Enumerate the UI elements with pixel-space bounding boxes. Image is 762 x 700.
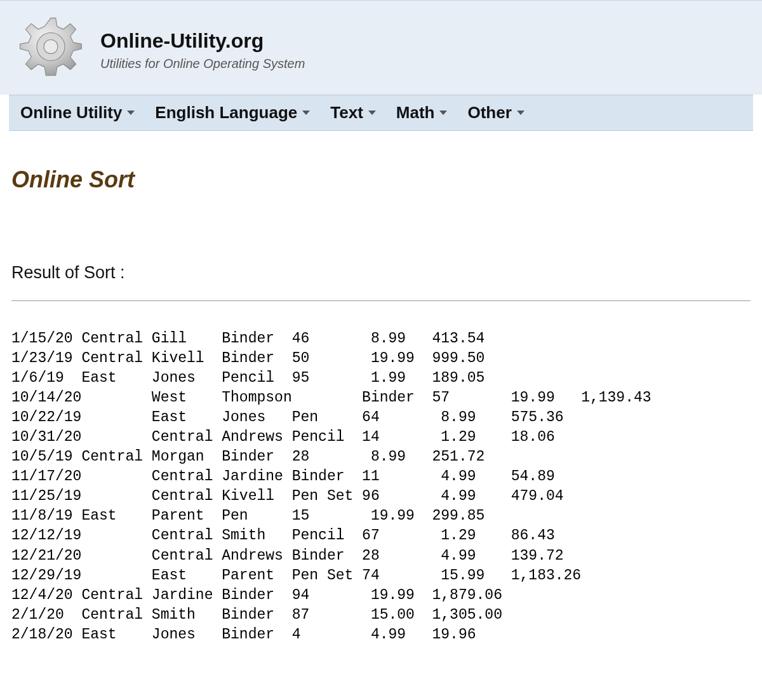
result-label: Result of Sort :: [11, 263, 751, 283]
main-navbar: Online Utility English Language Text Mat…: [9, 95, 753, 131]
nav-label: Online Utility: [20, 103, 122, 123]
site-title: Online-Utility.org: [100, 29, 305, 53]
nav-text[interactable]: Text: [330, 103, 376, 123]
page-title: Online Sort: [11, 166, 751, 193]
site-header: Online-Utility.org Utilities for Online …: [0, 0, 762, 95]
main-content: Online Sort Result of Sort : 1/15/20 Cen…: [0, 131, 762, 645]
gear-icon: [13, 12, 89, 88]
chevron-down-icon: [127, 111, 135, 115]
result-divider: [11, 300, 751, 301]
sort-result-output: 1/15/20 Central Gill Binder 46 8.99 413.…: [11, 329, 751, 645]
nav-label: English Language: [155, 103, 297, 123]
chevron-down-icon: [439, 111, 447, 115]
nav-label: Math: [396, 103, 435, 123]
site-title-block: Online-Utility.org Utilities for Online …: [100, 29, 305, 71]
nav-other[interactable]: Other: [467, 103, 524, 123]
nav-online-utility[interactable]: Online Utility: [20, 103, 135, 123]
nav-math[interactable]: Math: [396, 103, 448, 123]
chevron-down-icon: [302, 111, 310, 115]
chevron-down-icon: [517, 111, 525, 115]
nav-english-language[interactable]: English Language: [155, 103, 310, 123]
svg-point-1: [44, 40, 58, 54]
nav-label: Other: [467, 103, 511, 123]
site-subtitle: Utilities for Online Operating System: [100, 57, 305, 71]
chevron-down-icon: [368, 111, 376, 115]
nav-label: Text: [330, 103, 363, 123]
